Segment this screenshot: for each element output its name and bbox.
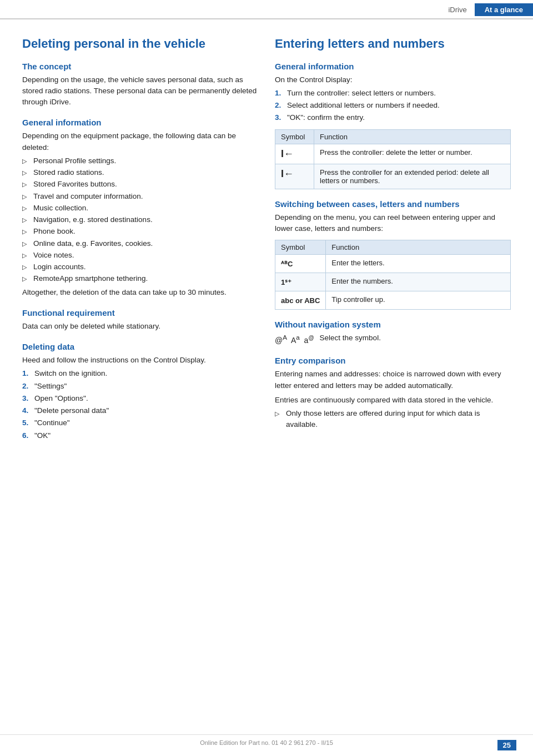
right-step-item: 3."OK": confirm the entry.: [275, 112, 511, 123]
left-step-item: 2."Settings": [22, 381, 258, 392]
right-step-item: 2.Select additional letters or numbers i…: [275, 100, 511, 111]
bullet-item: Voice notes.: [22, 250, 258, 261]
entry-comparison-body2: Entries are continuously compared with d…: [275, 395, 511, 406]
left-column: Deleting personal in the vehicle The con…: [22, 36, 258, 443]
entry-comparison-heading: Entry comparison: [275, 356, 511, 365]
left-steps-list: 1.Switch on the ignition.2."Settings"3.O…: [22, 368, 258, 441]
left-step-item: 1.Switch on the ignition.: [22, 368, 258, 379]
functional-req-heading: Functional requirement: [22, 308, 258, 317]
symbol-table-2: Symbol Function ᴬᴮCEnter the letters.1ˢ⁺…: [275, 240, 511, 310]
function-cell: Enter the letters.: [326, 255, 511, 273]
right-steps-list: 1.Turn the controller: select letters or…: [275, 88, 511, 124]
without-nav-heading: Without navigation system: [275, 320, 511, 329]
switching-body: Depending on the menu, you can reel betw…: [275, 212, 511, 235]
left-step-item: 6."OK": [22, 430, 258, 441]
symbol-cell: 1ˢ⁺: [275, 273, 326, 291]
deleting-data-heading: Deleting data: [22, 342, 258, 351]
without-nav-body: Select the symbol.: [320, 332, 381, 344]
bullet-item: Music collection.: [22, 203, 258, 214]
table-row: I←Press the controller: delete the lette…: [275, 144, 511, 164]
step-num: 2.: [275, 100, 281, 111]
page-content: Deleting personal in the vehicle The con…: [0, 19, 533, 460]
step-num: 3.: [22, 393, 28, 404]
bullet-item: Phone book.: [22, 226, 258, 237]
table1-header-function: Function: [314, 129, 511, 144]
entry-bullet-item: Only those letters are offered during in…: [275, 408, 511, 431]
functional-req-body: Data can only be deleted while stationar…: [22, 321, 258, 332]
symbol-cell: abc or ABC: [275, 291, 326, 310]
symbol-table-1: Symbol Function I←Press the controller: …: [275, 129, 511, 189]
page-number: 25: [497, 740, 516, 750]
symbol-cell: ᴬᴮC: [275, 255, 326, 273]
step-num: 3.: [275, 112, 281, 123]
entry-comparison-body1: Entering names and addresses: choice is …: [275, 369, 511, 391]
general-info-heading-right: General information: [275, 62, 511, 71]
table-row: abc or ABCTip controller up.: [275, 291, 511, 310]
table-row: 1ˢ⁺Enter the numbers.: [275, 273, 511, 291]
symbol-cell: I←: [275, 144, 314, 164]
table2-header-symbol: Symbol: [275, 240, 326, 255]
step-num: 1.: [22, 368, 28, 379]
function-cell: Enter the numbers.: [326, 273, 511, 291]
table-row: I←Press the controller for an extended p…: [275, 164, 511, 189]
step-num: 4.: [22, 405, 28, 416]
left-page-title: Deleting personal in the vehicle: [22, 36, 258, 52]
general-info-heading-left: General information: [22, 118, 258, 127]
concept-heading: The concept: [22, 62, 258, 71]
table1-header-symbol: Symbol: [275, 129, 314, 144]
step-num: 1.: [275, 88, 281, 99]
left-step-item: 5."Continue": [22, 417, 258, 429]
general-info-intro-right: On the Control Display:: [275, 74, 511, 85]
page-header: iDrive At a glance: [0, 0, 533, 19]
entry-bullet-text: Only those letters are offered during in…: [286, 409, 480, 429]
table-row: ᴬᴮCEnter the letters.: [275, 255, 511, 273]
without-nav-symbols-line: @A Aa a@ Select the symbol.: [275, 332, 511, 346]
bullet-item: Stored Favorites buttons.: [22, 179, 258, 190]
step-num: 6.: [22, 430, 28, 441]
table2-header-function: Function: [326, 240, 511, 255]
left-step-item: 3.Open "Options".: [22, 393, 258, 404]
step-num: 5.: [22, 417, 28, 429]
function-cell: Press the controller for an extended per…: [314, 164, 511, 189]
entry-bullet-list: Only those letters are offered during in…: [275, 408, 511, 431]
function-cell: Tip controller up.: [326, 291, 511, 310]
bullet-item: Online data, e.g. Favorites, cookies.: [22, 238, 258, 249]
header-ataglance-label: At a glance: [475, 3, 533, 16]
bullet-item: RemoteApp smartphone tethering.: [22, 273, 258, 284]
footer-text: Online Edition for Part no. 01 40 2 961 …: [200, 739, 333, 746]
bullet-item: Login accounts.: [22, 261, 258, 273]
bullet-item: Travel and computer information.: [22, 191, 258, 202]
concept-body: Depending on the usage, the vehicle save…: [22, 74, 258, 108]
right-step-item: 1.Turn the controller: select letters or…: [275, 88, 511, 99]
bullet-item: Navigation, e.g. stored destinations.: [22, 214, 258, 225]
deleting-data-body: Heed and follow the instructions on the …: [22, 355, 258, 366]
step-num: 2.: [22, 381, 28, 392]
switching-heading: Switching between cases, letters and num…: [275, 199, 511, 209]
symbol-cell: I←: [275, 164, 314, 189]
bullet-item: Stored radio stations.: [22, 167, 258, 178]
bullet-item: Personal Profile settings.: [22, 155, 258, 167]
without-nav-symbol-display: @A Aa a@: [275, 334, 314, 345]
left-step-item: 4."Delete personal data": [22, 405, 258, 416]
general-info-footer: Altogether, the deletion of the data can…: [22, 287, 258, 298]
right-page-title: Entering letters and numbers: [275, 36, 511, 52]
function-cell: Press the controller: delete the letter …: [314, 144, 511, 164]
general-info-body-left: Depending on the equipment package, the …: [22, 130, 258, 153]
right-column: Entering letters and numbers General inf…: [275, 36, 511, 443]
page-footer: Online Edition for Part no. 01 40 2 961 …: [0, 734, 533, 746]
bullet-list: Personal Profile settings.Stored radio s…: [22, 155, 258, 285]
header-idrive-label: iDrive: [440, 3, 474, 16]
